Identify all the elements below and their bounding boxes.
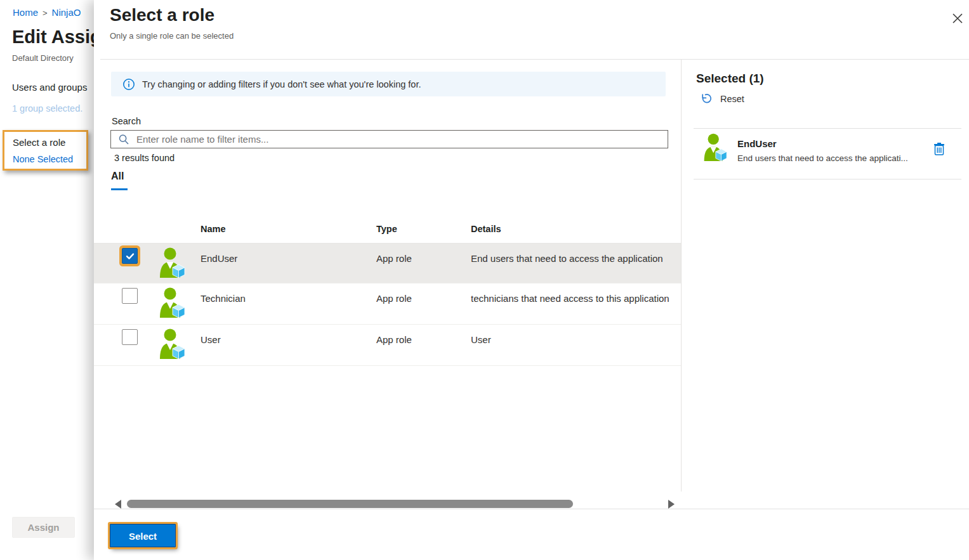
search-input[interactable] bbox=[136, 134, 668, 145]
row-checkbox-checked[interactable] bbox=[122, 248, 138, 264]
role-details: technicians that need access to this app… bbox=[471, 293, 681, 304]
search-box bbox=[110, 130, 668, 148]
app-role-person-icon bbox=[157, 329, 185, 360]
app-role-person-icon bbox=[702, 133, 727, 162]
tab-all[interactable]: All bbox=[111, 171, 124, 182]
select-role-label: Select a role bbox=[13, 137, 65, 148]
table-row[interactable]: EndUser App role End users that need to … bbox=[94, 244, 681, 283]
column-header-name[interactable]: Name bbox=[201, 224, 226, 234]
column-header-details[interactable]: Details bbox=[471, 224, 501, 234]
table-row[interactable]: User App role User bbox=[94, 325, 681, 366]
table-row[interactable]: Technician App role technicians that nee… bbox=[94, 283, 681, 325]
group-selected-link[interactable]: 1 group selected. bbox=[12, 103, 82, 114]
hscroll-thumb[interactable] bbox=[127, 500, 573, 508]
role-name: Technician bbox=[201, 293, 246, 304]
selected-panel-title: Selected (1) bbox=[696, 72, 764, 86]
role-name: User bbox=[201, 334, 221, 345]
reset-undo-icon bbox=[699, 93, 712, 105]
reset-label: Reset bbox=[720, 94, 744, 104]
selected-panel: Selected (1) Reset EndUser End user bbox=[681, 59, 969, 509]
role-details: End users that need to access the applic… bbox=[471, 253, 681, 264]
dialog-main-area: Try changing or adding filters if you do… bbox=[94, 59, 681, 509]
search-label: Search bbox=[112, 116, 141, 126]
info-icon bbox=[122, 78, 135, 91]
dialog-subtitle: Only a single role can be selected bbox=[110, 31, 234, 41]
users-and-groups-label: Users and groups bbox=[12, 82, 87, 93]
role-details: User bbox=[471, 334, 681, 345]
breadcrumb-current-link[interactable]: NinjaO bbox=[52, 7, 81, 18]
select-role-highlight-box: Select a role None Selected bbox=[3, 130, 88, 171]
selected-item-details: End users that need to access the applic… bbox=[737, 153, 921, 163]
info-banner-text: Try changing or adding filters if you do… bbox=[142, 79, 421, 89]
search-icon bbox=[118, 134, 129, 145]
select-button[interactable]: Select bbox=[110, 524, 176, 547]
hscroll-left-arrow-icon[interactable] bbox=[115, 500, 121, 509]
info-banner: Try changing or adding filters if you do… bbox=[111, 72, 666, 96]
close-icon[interactable] bbox=[949, 10, 966, 27]
page-title: Edit Assig bbox=[12, 27, 102, 48]
selected-item-name: EndUser bbox=[737, 138, 777, 149]
checkmark-icon bbox=[125, 251, 135, 261]
trash-icon[interactable] bbox=[933, 142, 946, 156]
role-type: App role bbox=[376, 334, 412, 345]
selected-panel-divider bbox=[694, 128, 961, 129]
table-header: Name Type Details bbox=[94, 216, 681, 244]
hscroll-right-arrow-icon[interactable] bbox=[668, 500, 675, 509]
role-type: App role bbox=[376, 293, 412, 304]
assign-button[interactable]: Assign bbox=[12, 517, 75, 538]
dialog-title: Select a role bbox=[110, 5, 214, 25]
breadcrumb: Home>NinjaO bbox=[13, 7, 81, 18]
none-selected-link[interactable]: None Selected bbox=[13, 154, 73, 164]
role-name: EndUser bbox=[201, 253, 237, 264]
breadcrumb-home-link[interactable]: Home bbox=[13, 7, 38, 18]
selected-panel-divider bbox=[694, 179, 961, 179]
footer-divider bbox=[94, 509, 969, 509]
page-subtitle: Default Directory bbox=[12, 53, 74, 63]
row-checkbox[interactable] bbox=[122, 329, 138, 345]
tab-all-underline bbox=[111, 188, 128, 190]
select-role-dialog: Select a role Only a single role can be … bbox=[94, 0, 969, 560]
app-role-person-icon bbox=[157, 287, 185, 319]
column-header-type[interactable]: Type bbox=[376, 224, 397, 234]
row-checkbox[interactable] bbox=[122, 288, 138, 304]
app-role-person-icon bbox=[157, 247, 185, 279]
results-count: 3 results found bbox=[114, 153, 175, 163]
breadcrumb-chevron-icon: > bbox=[43, 8, 48, 18]
role-type: App role bbox=[376, 253, 412, 264]
reset-button[interactable]: Reset bbox=[699, 93, 744, 105]
